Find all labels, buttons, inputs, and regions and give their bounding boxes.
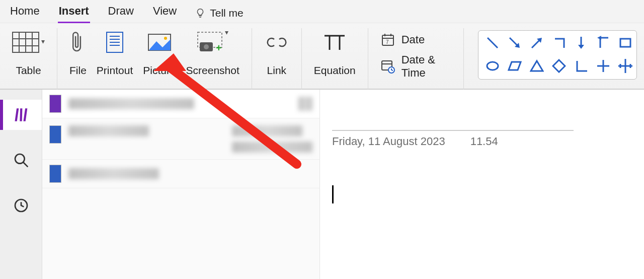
printout-label: Printout [97, 64, 133, 77]
note-time: 11.54 [470, 135, 498, 148]
body-area: Friday, 11 August 2023 11.54 [0, 90, 644, 279]
section-color-chip [49, 165, 61, 183]
file-button[interactable]: File [64, 28, 92, 77]
pi-icon [323, 30, 347, 54]
printout-icon [105, 30, 125, 54]
tab-view[interactable]: View [152, 3, 178, 24]
pages-list [42, 90, 320, 279]
printout-button[interactable]: Printout [92, 28, 138, 77]
screenshot-label: Screenshot [186, 64, 239, 77]
svg-line-30 [488, 38, 498, 48]
page-item[interactable] [42, 90, 319, 118]
lightbulb-icon [195, 8, 206, 19]
parallelogram-shape-icon[interactable] [508, 58, 522, 74]
ribbon-insert: ▾ Table File Printout [0, 23, 644, 90]
calendar-clock-icon [380, 59, 395, 74]
svg-point-39 [487, 62, 498, 70]
tell-me-search[interactable]: Tell me [195, 7, 244, 19]
date-label: Date [401, 33, 425, 46]
rail-notebooks[interactable] [0, 100, 42, 130]
date-row: Friday, 11 August 2023 11.54 [332, 135, 632, 148]
picture-button[interactable]: Picture [138, 28, 181, 77]
redacted-text [298, 97, 312, 111]
table-label: Table [16, 64, 41, 77]
svg-text:7: 7 [386, 39, 389, 45]
svg-marker-37 [597, 36, 601, 40]
calendar-icon: 7 [380, 32, 395, 47]
tab-bar: Home Insert Draw View Tell me [0, 0, 644, 23]
redacted-text [68, 125, 149, 136]
tab-home[interactable]: Home [9, 3, 41, 24]
equation-label: Equation [314, 64, 356, 77]
triangle-shape-icon[interactable] [530, 58, 544, 74]
ellipse-shape-icon[interactable] [486, 58, 500, 74]
svg-marker-36 [578, 45, 584, 49]
date-time-label: Date & Time [401, 53, 451, 80]
note-canvas[interactable]: Friday, 11 August 2023 11.54 [320, 90, 644, 279]
tell-me-label: Tell me [210, 7, 244, 19]
shapes-gallery[interactable] [478, 30, 637, 80]
arrow-ne-icon[interactable] [530, 35, 544, 51]
svg-line-29 [391, 70, 393, 71]
redacted-text [68, 98, 194, 109]
screenshot-icon: + [197, 30, 223, 54]
rail-recent[interactable] [0, 190, 42, 221]
svg-text:+: + [216, 42, 222, 53]
file-label: File [69, 64, 87, 77]
search-icon [13, 152, 29, 168]
date-button[interactable]: 7 Date [380, 32, 451, 47]
svg-rect-38 [620, 39, 630, 47]
redacted-text [68, 168, 159, 179]
svg-marker-41 [531, 61, 543, 71]
arrow-down-icon[interactable] [574, 35, 588, 51]
clock-icon [13, 197, 29, 214]
link-button[interactable]: Link [259, 28, 294, 77]
text-cursor [332, 185, 334, 203]
chevron-down-icon: ▾ [41, 37, 45, 45]
svg-marker-40 [509, 62, 521, 70]
notebooks-icon [14, 106, 31, 123]
date-time-button[interactable]: Date & Time [380, 53, 451, 80]
arrow-se-icon[interactable] [508, 35, 522, 51]
link-label: Link [267, 64, 287, 77]
equation-button[interactable]: Equation [309, 28, 361, 77]
rail-search[interactable] [0, 145, 42, 175]
svg-line-50 [23, 162, 28, 167]
left-rail [0, 90, 42, 279]
note-date: Friday, 11 August 2023 [332, 135, 445, 148]
redacted-text [232, 142, 312, 153]
table-button[interactable]: ▾ Table [7, 28, 50, 77]
diamond-shape-icon[interactable] [552, 58, 566, 74]
page-item[interactable] [42, 160, 319, 188]
title-underline [332, 130, 574, 131]
section-color-chip [49, 95, 61, 113]
section-color-chip [49, 125, 61, 144]
line-shape-icon[interactable] [486, 35, 500, 51]
table-icon [12, 30, 39, 54]
picture-icon [147, 30, 172, 54]
paperclip-icon [70, 30, 86, 54]
link-icon [264, 30, 289, 54]
tab-insert[interactable]: Insert [58, 3, 90, 24]
picture-label: Picture [143, 64, 176, 77]
l-axes-icon[interactable] [574, 58, 588, 74]
xy-axes-big-icon[interactable] [618, 58, 632, 74]
page-item[interactable] [42, 118, 319, 160]
redacted-text [232, 125, 302, 136]
chevron-down-icon: ▾ [225, 28, 228, 36]
screenshot-button[interactable]: + ▾ Screenshot [181, 28, 245, 77]
svg-point-49 [15, 154, 25, 164]
rect-shape-icon[interactable] [618, 35, 632, 51]
plus-axes-icon[interactable] [596, 58, 610, 74]
svg-point-12 [164, 37, 167, 40]
svg-marker-42 [553, 60, 565, 72]
corner-tr-icon[interactable] [552, 35, 566, 51]
turn-left-down-icon[interactable] [596, 35, 610, 51]
svg-point-15 [204, 44, 209, 49]
tab-draw[interactable]: Draw [107, 3, 135, 24]
